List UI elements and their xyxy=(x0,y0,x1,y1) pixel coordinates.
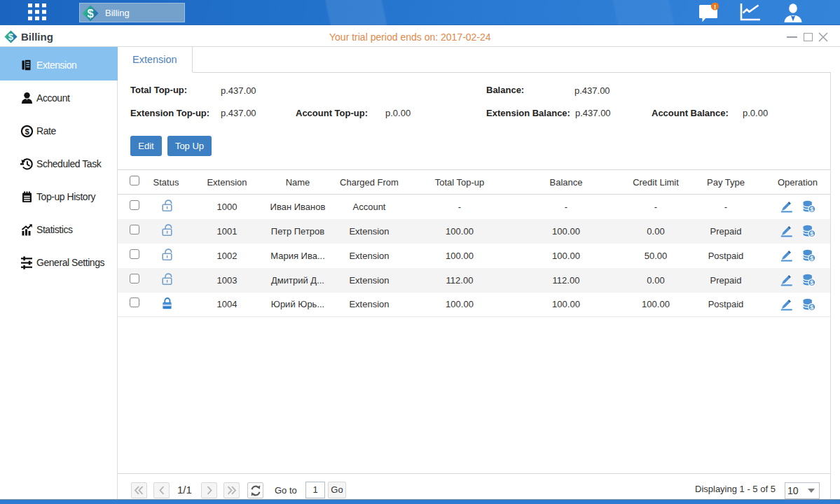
svg-text:$: $ xyxy=(87,7,93,20)
svg-text:!: ! xyxy=(714,3,716,10)
svg-text:$: $ xyxy=(25,127,30,136)
svg-text:$: $ xyxy=(8,31,14,42)
